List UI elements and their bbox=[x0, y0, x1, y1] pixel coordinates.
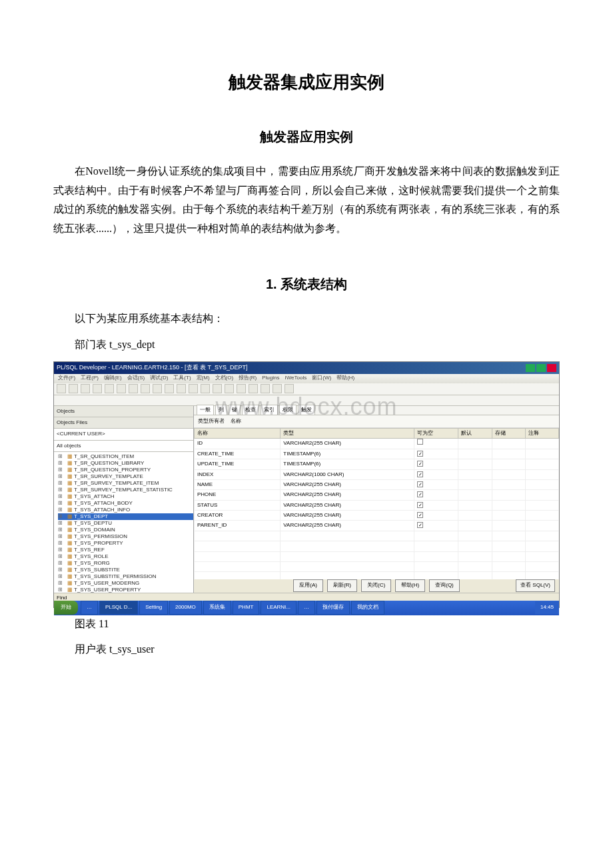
grid-col-header[interactable]: 可为空 bbox=[414, 428, 458, 438]
maximize-icon[interactable] bbox=[536, 364, 546, 372]
tool-btn[interactable] bbox=[201, 384, 210, 393]
tab-priv[interactable]: 权限 bbox=[279, 405, 297, 415]
viewsql-button[interactable]: 查看 SQL(V) bbox=[516, 579, 555, 591]
taskbar-item[interactable]: 系统集 bbox=[203, 601, 231, 614]
tab-cols[interactable]: 列 bbox=[215, 405, 227, 415]
tool-btn[interactable] bbox=[225, 384, 234, 393]
menu-item[interactable]: Plugins bbox=[262, 373, 279, 383]
tree-node[interactable]: ▦T_SR_QUESTION_PROPERTY bbox=[58, 467, 193, 473]
tool-btn[interactable] bbox=[213, 384, 222, 393]
tool-btn[interactable] bbox=[117, 384, 126, 393]
grid-col-header[interactable]: 名称 bbox=[195, 428, 281, 438]
tree-node[interactable]: ▦T_SYS_USER_MODERNG bbox=[58, 580, 193, 587]
tab-general[interactable]: 一般 bbox=[197, 405, 214, 415]
schema-selector[interactable]: <CURRENT USER> bbox=[54, 429, 193, 440]
close-button[interactable]: 关闭(C) bbox=[361, 579, 391, 591]
refresh-button[interactable]: 刷新(R) bbox=[327, 579, 357, 591]
taskbar-item[interactable]: LEARNI... bbox=[261, 601, 297, 614]
tool-btn[interactable] bbox=[93, 384, 102, 393]
close-icon[interactable] bbox=[547, 364, 556, 372]
taskbar-item[interactable]: PLSQL D... bbox=[99, 601, 138, 614]
tab-keys[interactable]: 键 bbox=[229, 405, 241, 415]
grid-row[interactable]: STATUSVARCHAR2(255 CHAR)✓ bbox=[195, 500, 559, 510]
menu-item[interactable]: 工具(T) bbox=[173, 373, 191, 383]
tree-node[interactable]: ▦T_SYS_PERMISSION bbox=[58, 533, 193, 540]
grid-row[interactable]: CREATE_TIMETIMESTAMP(6)✓ bbox=[195, 449, 559, 459]
tab-index[interactable]: 索引 bbox=[261, 405, 278, 415]
taskbar-item[interactable]: 我的文档 bbox=[351, 601, 384, 614]
tree-node[interactable]: ▦T_SYS_SUBSTITE bbox=[58, 567, 193, 573]
tool-btn[interactable] bbox=[189, 384, 198, 393]
menu-item[interactable]: 宏(M) bbox=[197, 373, 210, 383]
tree-node[interactable]: ▦T_SYS_PROPERTY bbox=[58, 540, 193, 547]
minimize-icon[interactable] bbox=[526, 364, 535, 372]
system-tray[interactable]: 14:45 bbox=[535, 601, 559, 613]
grid-row[interactable]: IDVARCHAR2(255 CHAR) bbox=[195, 439, 559, 449]
grid-row[interactable]: PHONEVARCHAR2(255 CHAR)✓ bbox=[195, 490, 559, 500]
tool-btn[interactable] bbox=[153, 384, 162, 393]
tree-node[interactable]: ▦T_SYS_ATTACH_BODY bbox=[58, 500, 193, 507]
grid-row[interactable]: PARENT_IDVARCHAR2(255 CHAR)✓ bbox=[195, 521, 559, 531]
menu-item[interactable]: 调试(D) bbox=[150, 373, 168, 383]
start-button[interactable]: 开始 bbox=[54, 601, 78, 614]
columns-grid[interactable]: 名称类型可为空默认存储注释 IDVARCHAR2(255 CHAR)CREATE… bbox=[194, 428, 559, 579]
menu-item[interactable]: 文件(F) bbox=[58, 373, 75, 383]
tree-node[interactable]: ▦T_SYS_ROLE bbox=[58, 553, 193, 560]
menu-item[interactable]: 报告(R) bbox=[239, 373, 257, 383]
tool-btn[interactable] bbox=[165, 384, 174, 393]
menu-item[interactable]: 帮助(H) bbox=[336, 373, 354, 383]
filter-selector[interactable]: All objects bbox=[54, 441, 193, 452]
tool-btn[interactable] bbox=[81, 384, 90, 393]
taskbar-item[interactable]: Setting bbox=[139, 601, 168, 614]
grid-col-header[interactable]: 默认 bbox=[458, 428, 492, 438]
menu-item[interactable]: 编辑(E) bbox=[104, 373, 122, 383]
objects-files-tab[interactable]: Objects Files bbox=[54, 417, 193, 429]
tool-btn[interactable] bbox=[261, 384, 270, 393]
taskbar-item[interactable]: … bbox=[81, 601, 98, 614]
tab-trig[interactable]: 触发 bbox=[298, 405, 315, 415]
menu-item[interactable]: 会话(S) bbox=[127, 373, 145, 383]
tree-node[interactable]: ▦T_SR_SURVEY_TEMPLATE bbox=[58, 473, 193, 480]
tool-btn[interactable] bbox=[105, 384, 114, 393]
tool-btn[interactable] bbox=[249, 384, 258, 393]
menu-item[interactable]: 工程(P) bbox=[81, 373, 99, 383]
tool-btn[interactable] bbox=[141, 384, 150, 393]
menu-item[interactable]: IWeTools bbox=[285, 373, 306, 383]
taskbar-item[interactable]: PHMT bbox=[233, 601, 260, 614]
taskbar-item[interactable]: 2000MO bbox=[169, 601, 202, 614]
tree-node[interactable]: ▦T_SYS_REF bbox=[58, 547, 193, 553]
tool-btn[interactable] bbox=[129, 384, 138, 393]
grid-row[interactable]: CREATORVARCHAR2(255 CHAR)✓ bbox=[195, 511, 559, 521]
grid-col-header[interactable]: 类型 bbox=[281, 428, 414, 438]
tree-node[interactable]: ▦T_SYS_ATTACH_INFO bbox=[58, 507, 193, 513]
tool-btn[interactable] bbox=[177, 384, 186, 393]
tree-node[interactable]: ▦T_SYS_RORG bbox=[58, 560, 193, 567]
tree-node[interactable]: ▦T_SYS_DEPTU bbox=[58, 520, 193, 527]
grid-row[interactable]: INDEXVARCHAR2(1000 CHAR)✓ bbox=[195, 469, 559, 479]
tree-node[interactable]: ▦T_SR_QUESTION_ITEM bbox=[58, 453, 193, 460]
tool-btn[interactable] bbox=[57, 384, 66, 393]
object-tree[interactable]: ▦T_SR_QUESTION_ITEM▦T_SR_QUESTION_LIBRAR… bbox=[54, 452, 193, 592]
tree-node[interactable]: ▦T_SR_QUESTION_LIBRARY bbox=[58, 460, 193, 467]
tool-btn[interactable] bbox=[69, 384, 78, 393]
tab-check[interactable]: 检查 bbox=[242, 405, 259, 415]
tool-btn[interactable] bbox=[237, 384, 246, 393]
tree-node[interactable]: ▦T_SYS_SUBSTITE_PERMISSION bbox=[58, 573, 193, 580]
grid-row[interactable]: UPDATE_TIMETIMESTAMP(6)✓ bbox=[195, 459, 559, 469]
menu-item[interactable]: 文档(O) bbox=[215, 373, 234, 383]
tree-node[interactable]: ▦T_SYS_ATTACH bbox=[58, 493, 193, 500]
tool-btn[interactable] bbox=[273, 384, 282, 393]
grid-col-header[interactable]: 存储 bbox=[492, 428, 525, 438]
tree-node[interactable]: ▦T_SYS_DOMAIN bbox=[58, 527, 193, 533]
grid-row[interactable]: NAMEVARCHAR2(255 CHAR)✓ bbox=[195, 479, 559, 489]
tree-node[interactable]: ▦T_SYS_USER_PROPERTY bbox=[58, 587, 193, 592]
tree-node[interactable]: ▦T_SR_SURVEY_TEMPLATE_ITEM bbox=[58, 480, 193, 487]
tool-btn[interactable] bbox=[285, 384, 294, 393]
help-button[interactable]: 帮助(H) bbox=[395, 579, 425, 591]
apply-button[interactable]: 应用(A) bbox=[293, 579, 323, 591]
tree-node[interactable]: ▦T_SYS_DEPT bbox=[58, 513, 193, 520]
menu-item[interactable]: 窗口(W) bbox=[312, 373, 331, 383]
taskbar-item[interactable]: … bbox=[298, 601, 315, 614]
query-button[interactable]: 查询(Q) bbox=[429, 579, 460, 591]
taskbar-item[interactable]: 预付缓存 bbox=[316, 601, 350, 614]
